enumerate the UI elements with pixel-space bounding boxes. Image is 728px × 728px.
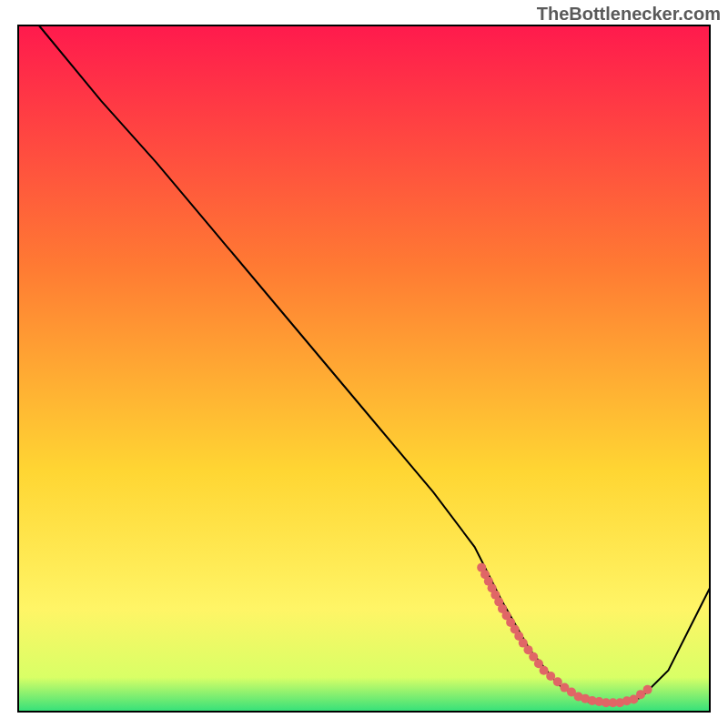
svg-point-30 [643,685,652,694]
chart-svg [0,0,728,728]
plot-background [18,25,710,712]
chart-container: TheBottlenecker.com [0,0,728,728]
watermark-text: TheBottlenecker.com [537,4,721,25]
